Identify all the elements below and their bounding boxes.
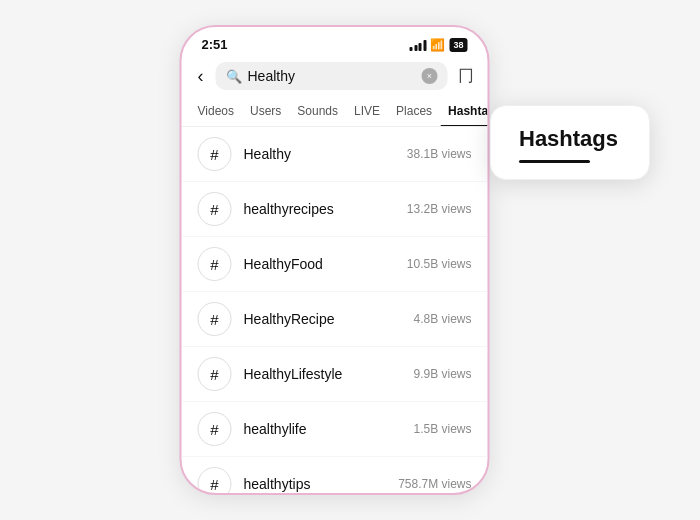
tab-sounds[interactable]: Sounds (289, 96, 346, 126)
hashtag-item[interactable]: #Healthy38.1B views (182, 127, 488, 182)
battery-indicator: 38 (449, 38, 467, 52)
hashtag-circle-icon: # (198, 412, 232, 446)
hashtag-views: 1.5B views (413, 422, 471, 436)
hashtag-views: 10.5B views (407, 257, 472, 271)
search-query: Healthy (248, 68, 416, 84)
hashtag-circle-icon: # (198, 357, 232, 391)
hashtag-item[interactable]: #HealthyLifestyle9.9B views (182, 347, 488, 402)
phone-frame: 2:51 📶 38 ‹ 🔍 Healthy × (180, 25, 490, 495)
hashtag-views: 9.9B views (413, 367, 471, 381)
hashtag-circle-icon: # (198, 247, 232, 281)
hashtag-list: #Healthy38.1B views#healthyrecipes13.2B … (182, 127, 488, 493)
hashtag-circle-icon: # (198, 467, 232, 493)
clear-icon: × (427, 71, 432, 81)
status-bar: 2:51 📶 38 (182, 27, 488, 56)
status-icons: 📶 38 (410, 38, 468, 52)
hashtag-name: healthylife (244, 421, 402, 437)
search-bar[interactable]: 🔍 Healthy × (216, 62, 448, 90)
tab-hashtags[interactable]: Hashtags (440, 96, 487, 126)
popup-title: Hashtags (519, 126, 621, 152)
hashtag-name: healthytips (244, 476, 387, 492)
tab-users[interactable]: Users (242, 96, 289, 126)
hashtag-name: HealthyFood (244, 256, 395, 272)
signal-icon (410, 39, 427, 51)
popup-divider (519, 160, 590, 163)
hashtag-views: 38.1B views (407, 147, 472, 161)
hashtag-views: 758.7M views (398, 477, 471, 491)
hashtag-name: HealthyLifestyle (244, 366, 402, 382)
hashtag-views: 13.2B views (407, 202, 472, 216)
hashtag-name: Healthy (244, 146, 395, 162)
hashtag-circle-icon: # (198, 137, 232, 171)
hashtag-item[interactable]: #healthyrecipes13.2B views (182, 182, 488, 237)
tabs-bar: Videos Users Sounds LIVE Places Hashtags (182, 96, 488, 127)
search-area: ‹ 🔍 Healthy × ⼌ (182, 56, 488, 96)
hashtag-item[interactable]: #healthytips758.7M views (182, 457, 488, 493)
filter-button[interactable]: ⼌ (456, 64, 476, 89)
wifi-icon: 📶 (430, 38, 445, 52)
status-time: 2:51 (202, 37, 228, 52)
back-button[interactable]: ‹ (194, 64, 208, 89)
tab-videos[interactable]: Videos (190, 96, 242, 126)
tab-live[interactable]: LIVE (346, 96, 388, 126)
tab-places[interactable]: Places (388, 96, 440, 126)
search-icon: 🔍 (226, 69, 242, 84)
scene: 2:51 📶 38 ‹ 🔍 Healthy × (20, 15, 680, 505)
hashtag-item[interactable]: #HealthyFood10.5B views (182, 237, 488, 292)
hashtag-name: healthyrecipes (244, 201, 395, 217)
hashtag-item[interactable]: #healthylife1.5B views (182, 402, 488, 457)
hashtag-name: HealthyRecipe (244, 311, 402, 327)
hashtag-item[interactable]: #HealthyRecipe4.8B views (182, 292, 488, 347)
hashtag-views: 4.8B views (413, 312, 471, 326)
hashtag-circle-icon: # (198, 302, 232, 336)
clear-button[interactable]: × (422, 68, 438, 84)
hashtags-popup: Hashtags (490, 105, 650, 180)
hashtag-circle-icon: # (198, 192, 232, 226)
